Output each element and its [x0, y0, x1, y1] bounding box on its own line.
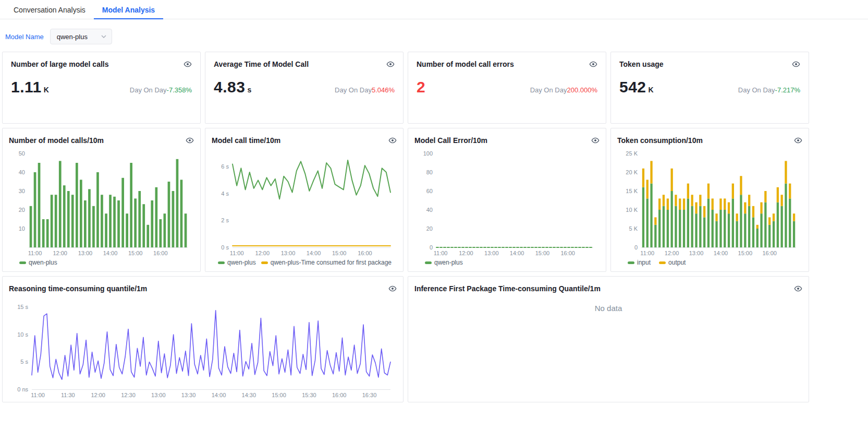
- svg-text:30: 30: [19, 188, 25, 194]
- svg-text:12:00: 12:00: [53, 250, 67, 256]
- call-error-line-chart[interactable]: 02040608010011:0012:0013:0014:0015:0016:…: [414, 148, 600, 257]
- legend-item[interactable]: input: [628, 259, 651, 266]
- chart-card-call-error: Model Call Error/10m 02040608010011:0012…: [408, 128, 606, 272]
- svg-text:13:00: 13:00: [484, 250, 499, 256]
- chart-card-token-consumption: Token consumption/10m 05 K10 K15 K20 K25…: [610, 128, 809, 272]
- filter-bar: Model Name qwen-plus: [5, 29, 809, 44]
- legend-label: qwen-plus: [29, 259, 57, 266]
- svg-text:13:00: 13:00: [151, 392, 166, 398]
- svg-text:25 K: 25 K: [626, 150, 638, 157]
- model-name-select-value: qwen-plus: [57, 33, 88, 41]
- svg-text:0 ns: 0 ns: [17, 386, 28, 392]
- chart-card-reasoning-quantile: Reasoning time-consuming quantile/1m 0 n…: [2, 276, 404, 402]
- eye-icon[interactable]: [184, 60, 192, 68]
- tab-conversation-analysis[interactable]: Conversation Analysis: [5, 1, 94, 19]
- svg-text:14:00: 14:00: [212, 392, 226, 398]
- kpi-value: 4.83s: [214, 78, 252, 96]
- token-consumption-stacked-chart[interactable]: 05 K10 K15 K20 K25 K11:0012:0013:0014:00…: [617, 148, 802, 257]
- svg-text:0: 0: [430, 244, 433, 251]
- bottom-row: Reasoning time-consuming quantile/1m 0 n…: [2, 276, 809, 402]
- legend-item[interactable]: qwen-plus: [218, 259, 256, 266]
- kpi-title: Average Time of Model Call: [214, 60, 309, 68]
- eye-icon[interactable]: [794, 136, 802, 145]
- svg-text:11:00: 11:00: [230, 250, 244, 256]
- svg-text:14:00: 14:00: [103, 250, 118, 256]
- svg-text:11:00: 11:00: [28, 250, 42, 256]
- svg-text:15:00: 15:00: [272, 392, 286, 398]
- chart-card-model-calls: Number of model calls/10m 102030405011:0…: [2, 128, 201, 272]
- call-time-line-chart[interactable]: 0 s2 s4 s6 s11:0012:0013:0014:0015:0016:…: [212, 148, 397, 257]
- legend-item[interactable]: qwen-plus: [425, 259, 463, 266]
- svg-text:12:00: 12:00: [91, 392, 105, 398]
- kpi-value: 542K: [619, 78, 654, 96]
- kpi-title: Token usage: [619, 60, 664, 68]
- svg-text:11:00: 11:00: [31, 392, 45, 398]
- legend-item[interactable]: qwen-plus: [19, 259, 57, 266]
- svg-text:11:00: 11:00: [640, 250, 654, 256]
- kpi-title: Number of model call errors: [417, 60, 514, 68]
- kpi-day-on-day: Day On Day5.046%: [335, 86, 395, 94]
- legend-item[interactable]: qwen-plus-Time consumed for first packag…: [261, 259, 392, 266]
- chart-card-first-package-quantile: Inference First Package Time-consuming Q…: [408, 276, 809, 402]
- eye-icon[interactable]: [186, 136, 194, 145]
- svg-text:16:00: 16:00: [153, 250, 168, 256]
- svg-text:12:00: 12:00: [459, 250, 473, 256]
- model-name-filter-label: Model Name: [5, 33, 44, 41]
- legend-label: qwen-plus-Time consumed for first packag…: [271, 259, 392, 266]
- chart-title: Model Call Error/10m: [414, 136, 487, 145]
- eye-icon[interactable]: [386, 60, 395, 68]
- model-name-select[interactable]: qwen-plus: [50, 29, 112, 44]
- chevron-down-icon: [101, 35, 106, 38]
- chart-title: Token consumption/10m: [617, 136, 703, 145]
- eye-icon[interactable]: [591, 136, 600, 145]
- legend-swatch: [628, 261, 634, 264]
- svg-text:10 K: 10 K: [626, 207, 638, 213]
- tab-model-analysis[interactable]: Model Analysis: [94, 1, 163, 19]
- legend-swatch: [425, 261, 432, 264]
- legend-swatch: [218, 261, 225, 264]
- legend-label: output: [668, 259, 686, 266]
- legend-item[interactable]: output: [659, 259, 686, 266]
- svg-text:4 s: 4 s: [221, 190, 229, 197]
- model-calls-bar-chart[interactable]: 102030405011:0012:0013:0014:0015:0016:00: [9, 148, 194, 257]
- chart-card-call-time: Model call time/10m 0 s2 s4 s6 s11:0012:…: [205, 128, 404, 272]
- svg-text:20 K: 20 K: [626, 169, 638, 175]
- svg-text:20: 20: [426, 225, 433, 232]
- svg-text:2 s: 2 s: [221, 217, 229, 223]
- svg-text:14:00: 14:00: [307, 250, 321, 256]
- svg-text:10 s: 10 s: [17, 331, 28, 338]
- legend-swatch: [261, 261, 268, 264]
- legend-label: qwen-plus: [434, 259, 463, 266]
- svg-text:100: 100: [423, 150, 433, 157]
- kpi-value: 2: [417, 78, 427, 96]
- kpi-day-on-day: Day On Day-7.358%: [130, 86, 192, 94]
- kpi-unit: K: [44, 86, 50, 94]
- model-analysis-content: Model Name qwen-plus Number of large mod…: [2, 29, 809, 402]
- svg-text:50: 50: [19, 150, 25, 157]
- chart-legend: qwen-plus: [9, 257, 194, 268]
- svg-text:15:00: 15:00: [738, 250, 753, 256]
- svg-text:0: 0: [634, 244, 638, 251]
- eye-icon[interactable]: [388, 136, 397, 145]
- svg-text:40: 40: [426, 207, 433, 213]
- eye-icon[interactable]: [589, 60, 597, 68]
- reasoning-quantile-line-chart[interactable]: 0 ns5 s10 s15 s11:0011:3012:0012:3013:00…: [9, 296, 397, 399]
- eye-icon[interactable]: [792, 60, 800, 68]
- kpi-unit: s: [247, 86, 251, 94]
- chart-row: Number of model calls/10m 102030405011:0…: [2, 128, 809, 272]
- svg-text:12:30: 12:30: [121, 392, 136, 398]
- legend-label: input: [637, 259, 651, 266]
- svg-text:15:00: 15:00: [128, 250, 143, 256]
- svg-text:16:00: 16:00: [762, 250, 777, 256]
- svg-text:13:30: 13:30: [181, 392, 196, 398]
- kpi-card-call-errors: Number of model call errors 2 Day On Day…: [408, 52, 606, 124]
- chart-legend: inputoutput: [617, 257, 802, 268]
- svg-text:13:00: 13:00: [689, 250, 704, 256]
- kpi-day-on-day: Day On Day-7.217%: [738, 86, 800, 94]
- kpi-card-large-model-calls: Number of large model calls 1.11K Day On…: [2, 52, 201, 124]
- svg-text:11:00: 11:00: [434, 250, 448, 256]
- eye-icon[interactable]: [388, 284, 397, 293]
- eye-icon[interactable]: [794, 284, 802, 293]
- svg-text:15:00: 15:00: [332, 250, 347, 256]
- kpi-card-average-call-time: Average Time of Model Call 4.83s Day On …: [205, 52, 404, 124]
